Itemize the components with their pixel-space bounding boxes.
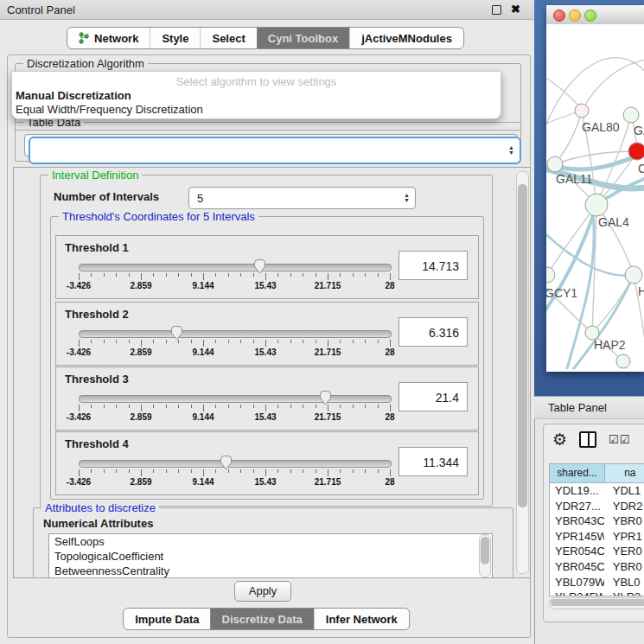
table-row[interactable]: YDL19...YDL1 <box>550 483 644 499</box>
network-node[interactable] <box>546 267 555 283</box>
table-row[interactable]: YER054CYER0 <box>550 544 644 559</box>
number-of-intervals-value: 5 <box>197 192 203 205</box>
attributes-list-scrollbar[interactable] <box>479 534 491 577</box>
screenshot-root: Control Panel ✖ NetworkStyleSelectCyni T… <box>0 0 644 644</box>
zoom-traffic-light-icon[interactable] <box>584 10 596 22</box>
network-node[interactable] <box>547 156 563 172</box>
threshold-value-field[interactable]: 11.344 <box>399 447 468 476</box>
table-cell[interactable]: YER054C <box>550 544 604 559</box>
threshold-panel: Threshold 1-3.4262.8599.14415.4321.71528… <box>55 235 479 299</box>
table-column-header[interactable]: na <box>605 464 644 482</box>
close-icon[interactable]: ✖ <box>511 3 520 16</box>
bottom-tab-discretize-data[interactable]: Discretize Data <box>211 609 314 629</box>
close-traffic-light-icon[interactable] <box>553 10 565 22</box>
slider-ticks: -3.4262.8599.14415.4321.71528 <box>79 405 390 422</box>
checkbox-icons[interactable]: ☑☑ <box>609 433 630 446</box>
threshold-slider-thumb[interactable] <box>170 326 183 341</box>
bottom-tab-impute-data[interactable]: Impute Data <box>124 609 210 629</box>
table-column-header[interactable]: shared... <box>550 464 605 482</box>
table-row[interactable]: YBR045CYBR0 <box>550 559 644 575</box>
tab-network[interactable]: Network <box>67 28 150 48</box>
minimize-traffic-light-icon[interactable] <box>569 10 581 22</box>
slider-tick-label: 21.715 <box>315 348 341 357</box>
algorithm-dropdown-prompt: Select algorithm to view settings <box>12 75 501 88</box>
bottom-tab-infer-network[interactable]: Infer Network <box>314 609 409 629</box>
network-node[interactable] <box>616 354 630 368</box>
network-node[interactable] <box>575 104 589 118</box>
float-window-icon[interactable] <box>492 5 501 15</box>
network-node-label: GCY1 <box>546 286 577 300</box>
table-row[interactable]: YPR145WYPR1 <box>550 529 644 545</box>
dropdown-item[interactable]: Equal Width/Frequency Discretization <box>14 103 489 117</box>
threshold-panel: Threshold 4-3.4262.8599.14415.4321.71528… <box>55 431 479 495</box>
attribute-list-item[interactable]: BetweennessCentrality <box>49 564 492 578</box>
attribute-list-item[interactable]: TopologicalCoefficient <box>49 549 492 564</box>
table-row[interactable]: YDR27...YDR2 <box>550 499 644 514</box>
network-node-label: GAL80 <box>582 120 620 134</box>
table-cell[interactable]: YPR1 <box>604 529 644 545</box>
threshold-panel: Threshold 2-3.4262.8599.14415.4321.71528… <box>55 302 479 366</box>
threshold-slider-track[interactable] <box>79 395 392 403</box>
dropdown-item[interactable]: Manual Discretization <box>14 89 489 103</box>
network-canvas[interactable]: GAL80GAGAL11CGAL4GCY1HHAP2 <box>546 24 644 372</box>
control-panel-tabbar: NetworkStyleSelectCyni ToolboxjActiveMNo… <box>67 27 464 49</box>
table-cell[interactable]: YBR043C <box>550 513 604 529</box>
attribute-list-item[interactable]: SelfLoops <box>49 534 492 549</box>
network-node[interactable] <box>628 143 644 160</box>
cyni-toolbox-panel: Discretization Algorithm ▲▼ Table Data g… <box>7 54 531 638</box>
algorithm-combobox[interactable]: ▲▼ <box>29 137 521 164</box>
slider-tick-label: 15.43 <box>254 348 276 357</box>
table-cell[interactable]: YDL19... <box>550 483 604 499</box>
table-cell[interactable]: YBL0 <box>604 575 644 590</box>
table-row[interactable]: YLR345WYLR3 <box>550 590 644 596</box>
threshold-slider-thumb[interactable] <box>220 456 233 470</box>
table-cell[interactable]: YDL1 <box>604 483 644 499</box>
table-cell[interactable]: YBR0 <box>604 513 644 529</box>
tab-style[interactable]: Style <box>150 28 200 48</box>
slider-tick-label: 28 <box>385 281 394 290</box>
table-cell[interactable]: YDR2 <box>604 499 644 514</box>
table-panel-header: Table Panel <box>534 396 644 419</box>
table-cell[interactable]: YDR27... <box>550 499 604 514</box>
network-window-titlebar[interactable] <box>546 5 644 25</box>
threshold-value-field[interactable]: 14.713 <box>399 251 468 280</box>
table-cell[interactable]: YBR045C <box>550 559 604 575</box>
threshold-value-field[interactable]: 6.316 <box>399 317 468 347</box>
gear-icon[interactable]: ⚙ <box>552 432 567 448</box>
table-cell[interactable]: YBL079W <box>550 575 604 590</box>
network-node[interactable] <box>625 266 642 284</box>
column-selector-icon[interactable] <box>579 431 596 448</box>
table-row[interactable]: YBL079WYBL0 <box>550 575 644 590</box>
tab-jactivemnodules[interactable]: jActiveMNodules <box>349 28 463 48</box>
slider-tick-label: -3.426 <box>67 477 91 487</box>
apply-button[interactable]: Apply <box>234 581 291 602</box>
slider-tick-label: 2.859 <box>130 281 151 290</box>
network-node[interactable] <box>623 107 639 123</box>
table-row[interactable]: YBR043CYBR0 <box>550 513 644 529</box>
threshold-slider-track[interactable] <box>79 264 392 271</box>
table-cell[interactable]: YPR145W <box>550 529 604 545</box>
threshold-slider-thumb[interactable] <box>319 391 332 405</box>
table-cell[interactable]: YLR345W <box>550 590 604 596</box>
threshold-value-field[interactable]: 21.4 <box>399 382 468 411</box>
slider-tick-label: 28 <box>385 412 394 422</box>
node-table[interactable]: shared...na YDL19...YDL1YDR27...YDR2YBR0… <box>549 463 644 596</box>
numerical-attributes-list[interactable]: SelfLoopsTopologicalCoefficientBetweenne… <box>48 533 493 578</box>
threshold-slider-track[interactable] <box>79 330 392 338</box>
network-node-label: HAP2 <box>594 338 626 352</box>
slider-tick-label: 9.144 <box>192 281 214 290</box>
slider-ticks: -3.4262.8599.14415.4321.71528 <box>79 273 390 290</box>
settings-scrollbar[interactable] <box>516 171 529 574</box>
tab-select[interactable]: Select <box>200 28 256 48</box>
table-horizontal-scrollbar[interactable] <box>549 597 644 609</box>
threshold-slider-track[interactable] <box>79 460 392 468</box>
number-of-intervals-combobox[interactable]: 5 ▲▼ <box>188 187 416 209</box>
network-node-label: GAL11 <box>556 172 593 186</box>
table-cell[interactable]: YER0 <box>604 544 644 559</box>
slider-tick-label: -3.426 <box>67 348 91 357</box>
tab-cyni-toolbox[interactable]: Cyni Toolbox <box>257 28 349 48</box>
threshold-slider-thumb[interactable] <box>253 259 266 274</box>
network-node[interactable] <box>585 194 608 216</box>
table-cell[interactable]: YBR0 <box>604 559 644 575</box>
table-cell[interactable]: YLR3 <box>604 590 644 596</box>
